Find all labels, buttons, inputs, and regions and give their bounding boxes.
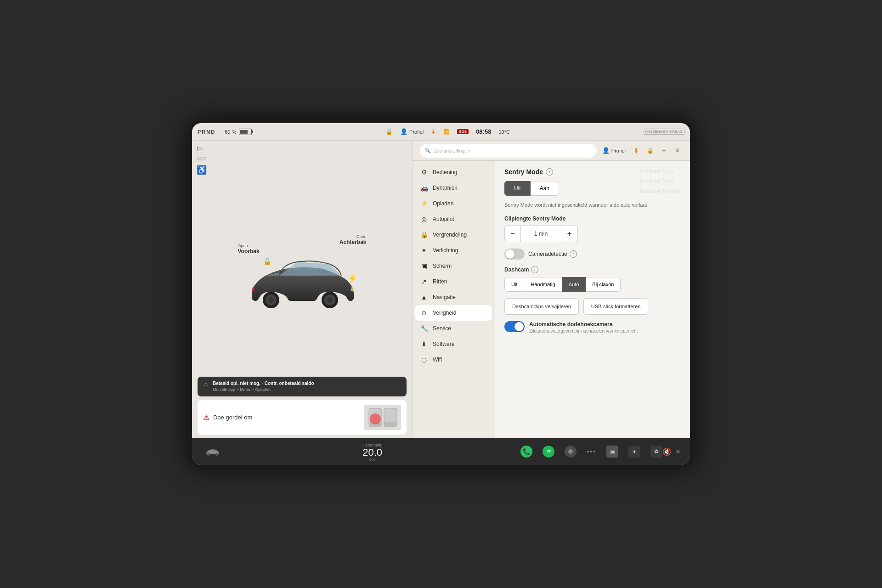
media-icon-3[interactable]: ✿ (650, 446, 662, 458)
seatbelt-box: ⚠ Doe gordel om (198, 400, 407, 435)
nav-item-autopilot[interactable]: ◎ Autopilot (413, 211, 495, 227)
sentry-uit-button[interactable]: Uit (504, 181, 531, 196)
veiligheid-icon: ⊙ (420, 309, 428, 317)
auto-camera-row: Automatische dodehoekcamera Zilcamera we… (504, 321, 681, 334)
opladen-label: Opladen (433, 200, 453, 207)
format-usb-button[interactable]: USB-stick formatteren (583, 298, 649, 315)
signal-icon: 📶 (443, 129, 450, 135)
media-icon-1[interactable]: ▣ (606, 446, 618, 458)
svg-point-2 (268, 297, 274, 303)
status-center: 🔒 👤 Profiel ⬇ 📶 SOS 08:58 10°C (252, 128, 644, 135)
nav-item-scherm[interactable]: ▣ Scherm (413, 258, 495, 274)
media-dot-button[interactable] (565, 446, 577, 458)
disabled-text-2: Exclusief Tesla (640, 178, 681, 184)
download-icon[interactable]: ⬇ (631, 146, 641, 156)
person-icon: ♿ (197, 165, 407, 175)
media-icon-2[interactable]: ♦ (628, 446, 640, 458)
nav-item-dynamiek[interactable]: 🚗 Dynamiek (413, 180, 495, 196)
search-icon: 🔍 (424, 147, 431, 153)
header-icons: ⬇ 🔒 ☀ ⚙ (631, 146, 683, 156)
auto-camera-toggle[interactable] (504, 321, 525, 332)
settings-content: Sentry Mode i Exclusief Tesla Exclusief … (495, 161, 690, 438)
dynamiek-icon: 🚗 (420, 184, 428, 192)
opladen-icon: ⚡ (420, 200, 428, 207)
sos-badge: SOS (457, 129, 469, 134)
cameradetectie-toggle[interactable] (504, 249, 525, 260)
seatbelt-image (364, 405, 401, 430)
stepper-value: 1 min (521, 226, 561, 242)
dashcam-claxon-button[interactable]: Bij claxon (586, 277, 621, 292)
battery-percentage: 60 % (225, 129, 236, 135)
ritten-label: Ritten (433, 278, 447, 285)
verlichting-icon: ✦ (420, 247, 428, 254)
temperature: 10°C (498, 129, 510, 135)
update-icon: ⬇ (431, 128, 436, 135)
autopilot-label: Autopilot (433, 216, 454, 222)
header-profile-icon: 👤 (602, 147, 610, 154)
scherm-label: Scherm (433, 263, 452, 269)
nav-item-wifi[interactable]: ◌ Wifi (413, 352, 495, 368)
speed-dot-2 (373, 458, 375, 461)
nav-item-service[interactable]: 🔧 Service (413, 321, 495, 336)
dashcam-uit-button[interactable]: Uit (504, 277, 524, 292)
stepper: − 1 min + (504, 226, 578, 242)
profile-badge[interactable]: 👤 Profiel (400, 128, 424, 135)
sentry-aan-button[interactable]: Aan (531, 181, 559, 196)
nav-item-vergrendeling[interactable]: 🔒 Vergrendeling (413, 227, 495, 243)
remove-clips-button[interactable]: Dashcamclips verwijderen (504, 298, 579, 315)
lock-icon-header[interactable]: 🔒 (645, 146, 655, 156)
mute-button[interactable]: 🔇 (662, 447, 672, 456)
nav-item-navigatie[interactable]: ▲ Navigatie (413, 289, 495, 305)
battery-section: 60 % (225, 129, 252, 135)
car-svg (238, 246, 367, 319)
nav-item-veiligheid[interactable]: ⊙ Veiligheid (415, 305, 492, 321)
phone-button[interactable]: 📞 (520, 446, 532, 458)
stepper-plus-button[interactable]: + (561, 226, 578, 242)
cameradetectie-label: Cameradetectie i (528, 250, 577, 258)
alert-text: Betaald opl. niet mog. - Contr. onbetaal… (213, 380, 314, 393)
more-button[interactable]: ••• (587, 448, 596, 455)
spotify-button[interactable] (543, 446, 554, 458)
close-icon[interactable]: ✕ (675, 448, 681, 455)
dashcam-section: Dashcam i Uit Handmatig Auto Bij claxon (504, 266, 681, 292)
lock-icon: 🔒 (385, 128, 393, 135)
service-label: Service (433, 325, 451, 332)
stepper-minus-button[interactable]: − (504, 226, 521, 242)
dashcam-info-icon[interactable]: i (531, 266, 538, 273)
nav-item-software[interactable]: ⬇ Software (413, 336, 495, 352)
svg-point-5 (327, 297, 333, 303)
ritten-icon: ↗ (420, 278, 428, 285)
brightness-icon[interactable]: ☀ (659, 146, 669, 156)
vergrendeling-label: Vergrendeling (433, 232, 467, 238)
software-label: Software (433, 341, 454, 347)
action-buttons: Dashcamclips verwijderen USB-stick forma… (504, 298, 681, 315)
clock: 08:58 (476, 128, 491, 135)
clip-length-section: Cliplengte Sentry Mode − 1 min + (504, 215, 681, 242)
navigatie-label: Navigatie (433, 294, 456, 300)
nav-item-opladen[interactable]: ⚡ Opladen (413, 196, 495, 211)
bediening-icon: ⚙ (420, 169, 428, 176)
sentry-info-icon[interactable]: i (546, 168, 553, 175)
vergrendeling-icon: 🔒 (420, 231, 428, 238)
search-box[interactable]: 🔍 Zoekinstellingen (420, 144, 597, 158)
settings-header: 🔍 Zoekinstellingen 👤 Profiel ⬇ 🔒 ☀ ⚙ (413, 141, 690, 161)
profile-label: Profiel (409, 129, 424, 135)
camera-info-icon[interactable]: i (570, 250, 577, 258)
dashcam-auto-button[interactable]: Auto (562, 277, 586, 292)
seatbelt-text: Doe gordel om (213, 414, 252, 421)
settings-icon[interactable]: ⚙ (673, 146, 683, 156)
header-profile-label: Profiel (611, 148, 626, 153)
screen-bezel: PRND 60 % 🔒 👤 Profiel ⬇ 📶 SOS 08:58 10°C (188, 119, 694, 469)
nav-item-verlichting[interactable]: ✦ Verlichting (413, 243, 495, 258)
car-view: Open Voorbak 🔓 Open Achterbak (192, 179, 412, 377)
nav-item-ritten[interactable]: ↗ Ritten (413, 274, 495, 289)
speed-display: Handmatig 20.0 (224, 443, 520, 461)
dashcam-handmatig-button[interactable]: Handmatig (524, 277, 562, 292)
speed-dot-1 (369, 458, 372, 461)
settings-body: ⚙ Bediening 🚗 Dynamiek ⚡ Opladen ◎ (413, 161, 690, 438)
auto-camera-desc: Zilcamera weergeven bij inschakelen van … (529, 328, 681, 334)
header-profile[interactable]: 👤 Profiel (602, 147, 626, 154)
status-bar: PRND 60 % 🔒 👤 Profiel ⬇ 📶 SOS 08:58 10°C (192, 123, 690, 141)
nav-item-bediening[interactable]: ⚙ Bediening (413, 164, 495, 180)
bottom-car-icon[interactable] (201, 447, 224, 456)
